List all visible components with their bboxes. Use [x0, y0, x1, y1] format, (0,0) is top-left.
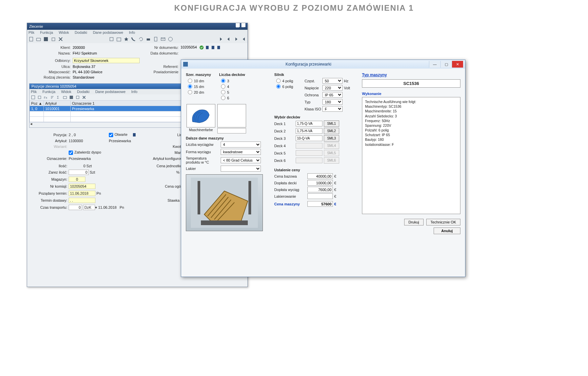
- sel-lakier[interactable]: [221, 166, 261, 172]
- doc-icon[interactable]: [153, 36, 158, 42]
- in-d1[interactable]: [296, 121, 322, 126]
- page-icon[interactable]: [132, 132, 137, 137]
- thumb-empty[interactable]: [217, 104, 246, 127]
- thumb-maschinenfarbe[interactable]: [187, 104, 215, 127]
- doc2-icon[interactable]: [211, 45, 215, 50]
- doc3-icon[interactable]: [216, 45, 221, 50]
- config-body: Szer. maszyny 10 dm 15 dm 20 dm Liczba d…: [181, 69, 465, 238]
- pos-menu-funkcja[interactable]: Funkcja: [43, 90, 56, 94]
- check-circle-icon[interactable]: [199, 45, 204, 50]
- pos-save-icon[interactable]: [69, 95, 74, 100]
- copy-icon[interactable]: [51, 36, 56, 42]
- menu-funkcja[interactable]: Funkcja: [40, 30, 53, 34]
- pos-dup-icon[interactable]: [75, 95, 80, 100]
- star-icon[interactable]: [124, 36, 129, 42]
- print-icon[interactable]: [146, 36, 151, 42]
- pos-menu-dodatki[interactable]: Dodatki: [77, 90, 89, 94]
- sel-kiso[interactable]: F: [322, 106, 343, 112]
- sel-dzk[interactable]: DzK: [83, 205, 95, 210]
- open-icon[interactable]: [36, 36, 41, 42]
- val-zarez[interactable]: 0: [69, 170, 89, 175]
- btn-sml1[interactable]: SML1: [324, 120, 339, 127]
- minimize-icon[interactable]: ▭: [236, 23, 240, 27]
- val-poztermin[interactable]: 11.06.2018: [69, 191, 95, 196]
- in-lak[interactable]: [307, 193, 333, 199]
- in-dopd[interactable]: [307, 180, 333, 186]
- doc1-icon[interactable]: [205, 45, 210, 50]
- in-baz[interactable]: [307, 173, 333, 179]
- pos-menu-plik[interactable]: Plik: [31, 90, 37, 94]
- close-button[interactable]: ✕: [452, 61, 463, 68]
- menu-dane[interactable]: Dane podstawowe: [93, 30, 123, 34]
- radio-deck-5[interactable]: 5: [221, 90, 243, 94]
- radio-deck-4[interactable]: 4: [221, 84, 243, 89]
- pos-sort-icon[interactable]: [50, 95, 55, 100]
- new-icon[interactable]: [28, 36, 34, 42]
- first-icon[interactable]: [219, 36, 224, 42]
- chk-zatwierdz[interactable]: Zatwierdz dyspo: [69, 150, 109, 155]
- calendar-icon[interactable]: [116, 36, 122, 42]
- btn-sml2[interactable]: SML2: [324, 128, 339, 134]
- menu-plik[interactable]: Plik: [28, 30, 34, 34]
- col-poz[interactable]: Poz ▲: [30, 101, 44, 106]
- delete-icon[interactable]: [58, 36, 63, 42]
- btn-drukuj[interactable]: Drukuj: [404, 219, 424, 225]
- radio-deck-6[interactable]: 6: [221, 96, 243, 100]
- exec-text[interactable]: Technische Ausführung wie folgt: Maschin…: [362, 97, 460, 214]
- thumb-input[interactable]: [217, 128, 246, 133]
- globe-icon[interactable]: [168, 36, 173, 42]
- pos-new-icon[interactable]: [31, 95, 35, 100]
- val-czas[interactable]: 0: [69, 205, 82, 210]
- pos-copy-icon[interactable]: [37, 95, 42, 100]
- btn-sml3[interactable]: SML3: [324, 135, 339, 142]
- radio-6polig[interactable]: 6 polig: [276, 84, 293, 89]
- menu-info[interactable]: Info: [129, 30, 135, 34]
- sel-ochr[interactable]: IP 65: [322, 92, 343, 98]
- sel-typ[interactable]: 180: [322, 99, 343, 105]
- close-icon[interactable]: ✕: [241, 23, 245, 27]
- menu-widok[interactable]: Widok: [59, 30, 69, 34]
- pos-sum-icon[interactable]: Σ: [56, 95, 61, 100]
- col-artykul[interactable]: Artykuł: [44, 101, 71, 106]
- sel-fw[interactable]: kwadratowe: [221, 149, 261, 155]
- in-d2[interactable]: [296, 128, 322, 134]
- save-icon[interactable]: [43, 36, 49, 42]
- pos-del-icon[interactable]: [82, 95, 86, 100]
- minimize-button[interactable]: —: [429, 61, 440, 68]
- val-czas-date: 11.06.2018: [98, 205, 117, 209]
- pos-menu-dane[interactable]: Dane podstawowe: [95, 90, 126, 94]
- book-icon[interactable]: [109, 36, 114, 42]
- pos-fx-icon[interactable]: Fx: [44, 95, 48, 100]
- group-szer: Szer. maszyny 10 dm 15 dm 20 dm: [186, 73, 211, 103]
- sel-lw[interactable]: 4: [221, 142, 261, 148]
- refresh-icon[interactable]: [138, 36, 144, 42]
- radio-4polig[interactable]: 4 polig: [276, 79, 293, 83]
- val-odbiorcy[interactable]: Krzysztof Skowronek: [73, 58, 140, 63]
- phone-icon[interactable]: [131, 36, 136, 42]
- in-dopw[interactable]: [307, 187, 333, 192]
- val-termindost[interactable]: . .: [69, 198, 95, 203]
- prev-icon[interactable]: [226, 36, 231, 42]
- radio-deck-3[interactable]: 3: [221, 79, 243, 83]
- val-nrkom[interactable]: 10205054: [69, 184, 95, 189]
- pos-menu-info[interactable]: Info: [131, 90, 137, 94]
- radio-szer-15[interactable]: 15 dm: [188, 84, 209, 89]
- btn-technicznie-ok[interactable]: Technicznie OK: [426, 219, 460, 225]
- menu-dodatki[interactable]: Dodatki: [75, 30, 87, 34]
- val-magazyn[interactable]: 0: [69, 177, 85, 182]
- in-d3[interactable]: [296, 135, 322, 141]
- radio-szer-20[interactable]: 20 dm: [188, 90, 209, 94]
- last-icon[interactable]: [241, 36, 246, 42]
- mail-icon[interactable]: [160, 36, 166, 42]
- next-icon[interactable]: [233, 36, 239, 42]
- pos-open-icon[interactable]: [63, 95, 67, 100]
- radio-szer-10[interactable]: 10 dm: [188, 79, 209, 83]
- maximize-button[interactable]: ▢: [440, 61, 452, 68]
- sel-tp[interactable]: < 80 Grad Celsius: [221, 157, 261, 163]
- btn-anuluj[interactable]: Anuluj: [434, 227, 460, 234]
- chk-otwarte[interactable]: Otwarte: [109, 132, 149, 137]
- sel-czest[interactable]: 50: [322, 78, 343, 84]
- pos-menu-widok[interactable]: Widok: [61, 90, 71, 94]
- sel-nap[interactable]: 220: [322, 85, 343, 91]
- link-typ-maszyny[interactable]: Typ maszyny: [362, 73, 460, 77]
